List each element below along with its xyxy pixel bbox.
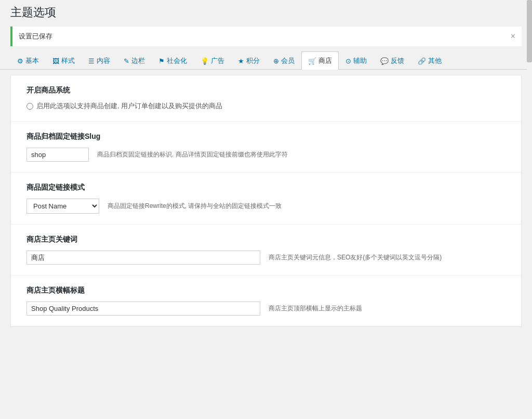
permalink-select[interactable]: Post NamePost IDCustom	[26, 199, 99, 214]
content-area: 开启商品系统 启用此选项以支持商品创建, 用户订单创建以及购买提供的商品 商品归…	[0, 75, 532, 337]
member-icon: ⊕	[273, 57, 279, 65]
basic-icon: ⚙	[17, 57, 23, 65]
slug-input[interactable]	[26, 148, 89, 162]
slug-hint: 商品归档页固定链接的标识. 商品详情页固定链接前缀也将使用此字符	[97, 150, 288, 159]
scrollbar-track	[527, 0, 532, 419]
tab-shop[interactable]: 🛒商店	[301, 51, 339, 70]
shop-icon: 🛒	[308, 57, 316, 65]
section-title-permalink: 商品固定链接模式	[26, 183, 506, 192]
shop-banner-input[interactable]	[26, 302, 260, 316]
tab-basic[interactable]: ⚙基本	[10, 51, 46, 70]
sidebar-icon: ✎	[124, 57, 129, 65]
tab-other[interactable]: 🔗其他	[411, 51, 448, 70]
close-icon[interactable]: ×	[511, 32, 515, 41]
section-title-shop-banner: 商店主页横幅标题	[26, 286, 506, 295]
permalink-field-row: Post NamePost IDCustom 商品固定链接Rewrite的模式,…	[26, 199, 506, 214]
tab-social[interactable]: ⚑社会化	[152, 51, 194, 70]
enable-shop-radio-label: 启用此选项以支持商品创建, 用户订单创建以及购买提供的商品	[36, 101, 222, 111]
tab-sidebar[interactable]: ✎边栏	[117, 51, 152, 70]
section-slug: 商品归档固定链接Slug 商品归档页固定链接的标识. 商品详情页固定链接前缀也将…	[11, 122, 521, 173]
tab-assist[interactable]: ⊙辅助	[339, 51, 374, 70]
tab-label-other: 其他	[428, 56, 442, 66]
section-shop-banner: 商店主页横幅标题 商店主页顶部横幅上显示的主标题	[11, 276, 521, 326]
shop-keywords-field-row: 商店主页关键词元信息，SEO友好(多个关键词以英文逗号分隔)	[26, 251, 506, 265]
tab-label-social: 社会化	[167, 56, 187, 66]
section-title-shop-keywords: 商店主页关键词	[26, 235, 506, 244]
slug-field-row: 商品归档页固定链接的标识. 商品详情页固定链接前缀也将使用此字符	[26, 148, 506, 162]
tab-style[interactable]: 🖼样式	[46, 51, 82, 70]
social-icon: ⚑	[158, 57, 165, 65]
section-shop-keywords: 商店主页关键词 商店主页关键词元信息，SEO友好(多个关键词以英文逗号分隔)	[11, 225, 521, 276]
ads-icon: 💡	[201, 57, 209, 65]
points-icon: ★	[238, 57, 244, 65]
tab-label-assist: 辅助	[353, 56, 367, 66]
tab-label-ads: 广告	[211, 56, 224, 66]
enable-shop-radio[interactable]	[26, 103, 33, 110]
tab-label-style: 样式	[61, 56, 75, 66]
tab-member[interactable]: ⊕会员	[267, 51, 301, 70]
banner-text: 设置已保存	[19, 32, 52, 41]
tab-points[interactable]: ★积分	[231, 51, 267, 70]
shop-banner-field-row: 商店主页顶部横幅上显示的主标题	[26, 302, 506, 316]
settings-panel: 开启商品系统 启用此选项以支持商品创建, 用户订单创建以及购买提供的商品 商品归…	[10, 75, 522, 327]
page-wrapper: 主题选项 设置已保存 × ⚙基本🖼样式☰内容✎边栏⚑社会化💡广告★积分⊕会员🛒商…	[0, 0, 532, 419]
permalink-hint: 商品固定链接Rewrite的模式, 请保持与全站的固定链接模式一致	[108, 202, 282, 211]
scrollbar-thumb[interactable]	[527, 0, 532, 62]
section-title-slug: 商品归档固定链接Slug	[26, 132, 506, 141]
feedback-icon: 💬	[380, 57, 389, 65]
tab-feedback[interactable]: 💬反馈	[374, 51, 411, 70]
enable-shop-radio-row: 启用此选项以支持商品创建, 用户订单创建以及购买提供的商品	[26, 101, 506, 111]
content-icon: ☰	[88, 57, 95, 65]
assist-icon: ⊙	[345, 57, 351, 65]
tab-label-content: 内容	[97, 56, 110, 66]
shop-keywords-input[interactable]	[26, 251, 260, 265]
section-title-enable-shop: 开启商品系统	[26, 86, 506, 95]
tab-label-points: 积分	[246, 56, 260, 66]
tab-label-feedback: 反馈	[391, 56, 404, 66]
tab-content[interactable]: ☰内容	[82, 51, 117, 70]
tab-label-basic: 基本	[25, 56, 39, 66]
style-icon: 🖼	[52, 57, 59, 65]
page-title: 主题选项	[0, 0, 532, 22]
section-permalink: 商品固定链接模式 Post NamePost IDCustom 商品固定链接Re…	[11, 173, 521, 225]
tab-ads[interactable]: 💡广告	[194, 51, 231, 70]
tabs-bar: ⚙基本🖼样式☰内容✎边栏⚑社会化💡广告★积分⊕会员🛒商店⊙辅助💬反馈🔗其他	[0, 46, 532, 70]
tab-label-shop: 商店	[318, 56, 332, 66]
success-banner: 设置已保存 ×	[10, 27, 522, 46]
other-icon: 🔗	[418, 57, 426, 65]
shop-keywords-hint: 商店主页关键词元信息，SEO友好(多个关键词以英文逗号分隔)	[269, 253, 442, 262]
section-enable-shop: 开启商品系统 启用此选项以支持商品创建, 用户订单创建以及购买提供的商品	[11, 75, 521, 122]
shop-banner-hint: 商店主页顶部横幅上显示的主标题	[269, 304, 362, 313]
tab-label-member: 会员	[281, 56, 295, 66]
tab-label-sidebar: 边栏	[131, 56, 145, 66]
